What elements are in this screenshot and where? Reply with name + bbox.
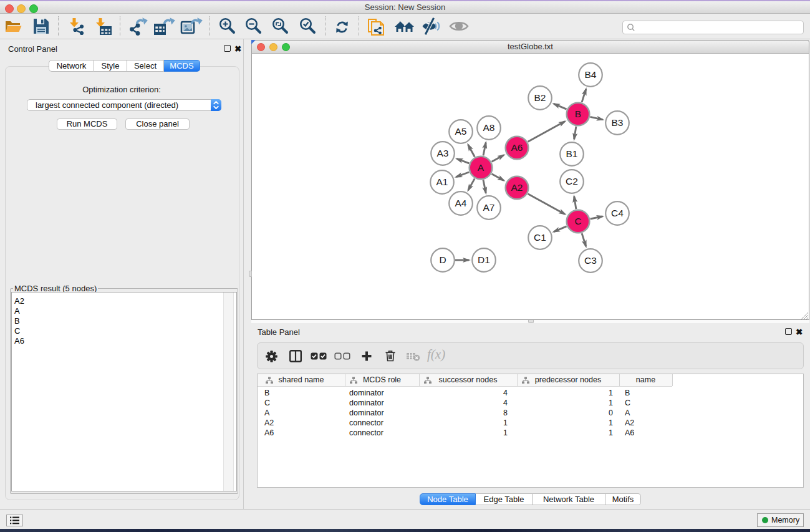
svg-text:A8: A8 (483, 122, 495, 133)
svg-text:A1: A1 (436, 177, 448, 187)
svg-text:C2: C2 (566, 176, 578, 186)
svg-text:C3: C3 (584, 255, 597, 266)
svg-text:B2: B2 (534, 92, 546, 103)
svg-text:D: D (439, 254, 446, 265)
svg-text:A3: A3 (437, 148, 449, 158)
svg-text:C: C (574, 216, 581, 226)
svg-text:C1: C1 (534, 232, 546, 243)
svg-text:B4: B4 (585, 69, 597, 80)
svg-text:B1: B1 (566, 148, 578, 159)
svg-text:B: B (575, 109, 581, 119)
svg-text:A5: A5 (455, 126, 467, 137)
svg-text:A7: A7 (483, 202, 495, 213)
svg-text:A: A (478, 162, 485, 173)
svg-text:A4: A4 (455, 198, 467, 208)
svg-text:C4: C4 (611, 208, 624, 218)
svg-text:A6: A6 (511, 142, 523, 153)
svg-text:A2: A2 (511, 182, 523, 193)
svg-text:B3: B3 (612, 117, 624, 128)
svg-text:D1: D1 (478, 254, 490, 265)
